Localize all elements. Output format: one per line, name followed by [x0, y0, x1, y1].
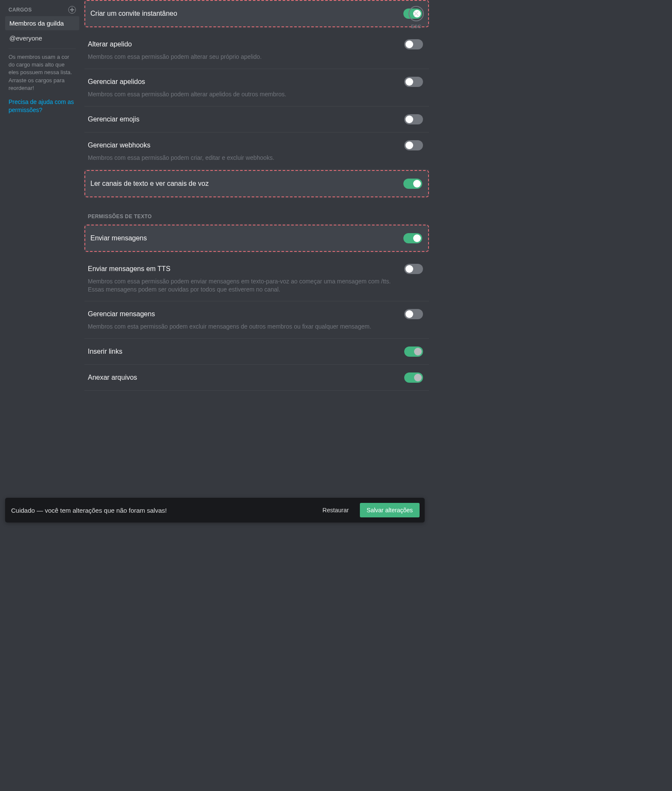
permission-embed-links: Inserir links	[84, 339, 429, 365]
permission-toggle[interactable]	[403, 233, 422, 243]
permission-manage-nicknames: Gerenciar apelidosMembros com essa permi…	[84, 69, 429, 107]
permission-attach-files: Anexar arquivos	[84, 365, 429, 391]
close-icon	[408, 6, 424, 21]
permission-manage-emojis: Gerenciar emojis	[84, 107, 429, 133]
highlight-box: Enviar mensagens	[84, 225, 429, 252]
role-item[interactable]: @everyone	[5, 31, 79, 45]
permission-description: Membros com essa permissão podem enviar …	[88, 277, 423, 294]
permission-toggle[interactable]	[404, 309, 423, 319]
permission-create-instant-invite: Criar um convite instantâneo	[85, 1, 428, 26]
roles-sidebar: CARGOS Membros da guilda@everyone Os mem…	[0, 0, 82, 528]
permission-toggle[interactable]	[404, 372, 423, 383]
permission-title: Ler canais de texto e ver canais de voz	[90, 180, 209, 188]
permission-read-text-view-voice: Ler canais de texto e ver canais de voz	[85, 171, 428, 196]
permission-toggle[interactable]	[404, 77, 423, 87]
permission-toggle[interactable]	[404, 346, 423, 357]
permission-send-messages: Enviar mensagens	[85, 225, 428, 251]
section-heading: PERMISSÕES DE TEXTO	[84, 202, 429, 225]
permission-toggle[interactable]	[404, 114, 423, 124]
permission-toggle[interactable]	[404, 264, 423, 274]
permission-title: Gerenciar webhooks	[88, 141, 151, 149]
permission-description: Membros com essa permissão podem alterar…	[88, 90, 423, 98]
permission-title: Anexar arquivos	[88, 374, 137, 381]
permission-title: Enviar mensagens	[90, 234, 147, 242]
highlight-box: Criar um convite instantâneo	[84, 0, 429, 27]
sidebar-title: CARGOS	[9, 7, 32, 13]
permission-title: Gerenciar apelidos	[88, 78, 145, 86]
save-button[interactable]: Salvar alterações	[360, 503, 420, 517]
permission-change-nickname: Alterar apelidoMembros com essa permissã…	[84, 32, 429, 69]
unsaved-message: Cuidado — você tem alterações que não fo…	[11, 507, 311, 514]
permission-toggle[interactable]	[404, 140, 423, 150]
sidebar-note: Os membros usam a cor do cargo mais alto…	[5, 53, 79, 98]
close-button[interactable]: ESC	[408, 6, 424, 29]
permission-toggle[interactable]	[404, 39, 423, 49]
permissions-help-link[interactable]: Precisa de ajuda com as permissões?	[5, 98, 79, 114]
permission-title: Gerenciar emojis	[88, 115, 139, 123]
permission-description: Membros com essa permissão podem criar, …	[88, 154, 423, 162]
reset-button[interactable]: Restaurar	[317, 503, 353, 517]
unsaved-changes-bar: Cuidado — você tem alterações que não fo…	[5, 498, 425, 523]
permission-title: Gerenciar mensagens	[88, 310, 155, 318]
permission-title: Enviar mensagens em TTS	[88, 265, 171, 273]
permission-title: Alterar apelido	[88, 40, 132, 48]
permission-send-tts: Enviar mensagens em TTSMembros com essa …	[84, 256, 429, 302]
permissions-content: Criar um convite instantâneoAlterar apel…	[82, 0, 430, 528]
permission-manage-webhooks: Gerenciar webhooksMembros com essa permi…	[84, 133, 429, 170]
permission-manage-messages: Gerenciar mensagensMembros com esta perm…	[84, 301, 429, 339]
permission-title: Inserir links	[88, 348, 122, 355]
permission-description: Membros com esta permissão podem excluir…	[88, 323, 423, 331]
permission-toggle[interactable]	[403, 179, 422, 189]
add-role-icon[interactable]	[68, 6, 76, 14]
role-item[interactable]: Membros da guilda	[5, 16, 79, 30]
permission-title: Criar um convite instantâneo	[90, 10, 177, 17]
highlight-box: Ler canais de texto e ver canais de voz	[84, 170, 429, 197]
permission-description: Membros com essa permissão podem alterar…	[88, 53, 423, 61]
close-label: ESC	[408, 24, 424, 29]
divider	[9, 49, 76, 49]
